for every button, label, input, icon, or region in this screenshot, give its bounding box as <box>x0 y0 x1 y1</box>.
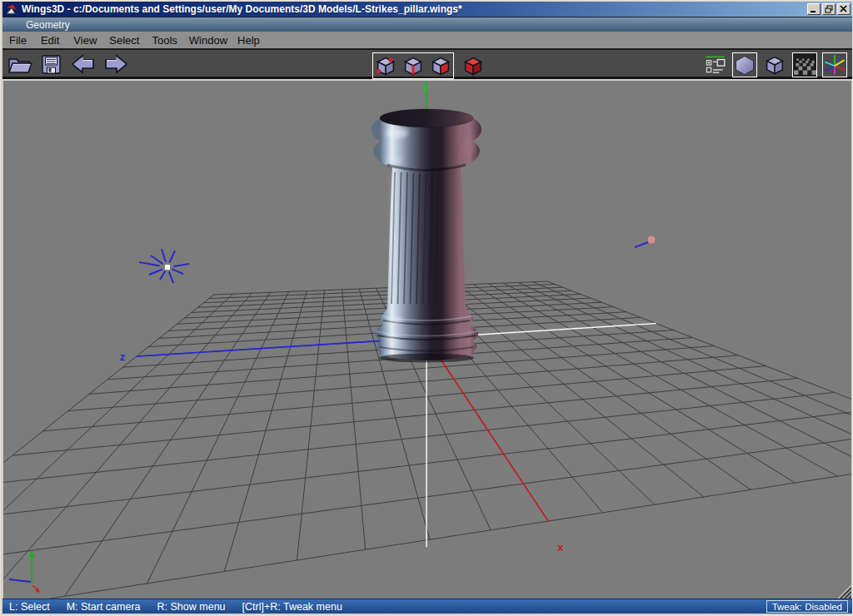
smooth-shaded-cube-icon <box>733 53 756 77</box>
menu-help[interactable]: Help <box>237 34 260 47</box>
status-ctrl-right-mouse: [Ctrl]+R: Tweak menu <box>242 601 342 613</box>
restore-icon <box>825 5 833 13</box>
menu-tools[interactable]: Tools <box>152 34 177 47</box>
edge-mode-button[interactable] <box>402 54 425 77</box>
menu-select[interactable]: Select <box>109 34 139 47</box>
view-windows-button[interactable] <box>702 52 727 77</box>
arrow-right-icon <box>103 53 129 76</box>
face-mode-cube-icon <box>429 54 452 77</box>
tweak-status-badge[interactable]: Tweak: Disabled <box>766 600 848 613</box>
view-windows-icon <box>703 53 726 77</box>
axis-label-x: x <box>557 541 564 554</box>
menu-window[interactable]: Window <box>189 34 227 47</box>
save-floppy-icon <box>40 53 62 76</box>
flat-shaded-cube-icon <box>763 53 786 77</box>
minimize-button[interactable] <box>807 3 821 15</box>
close-button[interactable] <box>837 3 851 15</box>
statusbar: L: Select M: Start camera R: Show menu [… <box>2 599 852 614</box>
flat-shading-button[interactable] <box>762 52 787 77</box>
geometry-window-titlebar[interactable]: Geometry <box>2 17 852 32</box>
axes-icon <box>823 53 846 77</box>
wings3d-window: Wings3D - c:/Documents and Settings/user… <box>0 0 853 616</box>
menu-view[interactable]: View <box>73 34 97 47</box>
status-middle-mouse: M: Start camera <box>67 601 141 613</box>
toolbar <box>2 48 852 79</box>
small-pink-light <box>648 236 656 244</box>
axis-label-y: y <box>422 81 429 93</box>
minimize-icon <box>810 5 818 13</box>
undo-button[interactable] <box>70 53 96 76</box>
axis-label-z: z <box>120 350 126 363</box>
restore-button[interactable] <box>822 3 836 15</box>
menu-edit[interactable]: Edit <box>41 34 59 47</box>
open-folder-icon <box>7 53 32 76</box>
arrow-left-icon <box>70 53 96 76</box>
show-axes-button[interactable] <box>822 52 847 77</box>
titlebar: Wings3D - c:/Documents and Settings/user… <box>2 2 852 17</box>
body-mode-button[interactable] <box>461 54 485 77</box>
close-icon <box>840 5 848 13</box>
menubar: File Edit View Select Tools Window Help <box>2 32 852 48</box>
geometry-viewport[interactable]: z x y <box>3 81 851 599</box>
window-title: Wings3D - c:/Documents and Settings/user… <box>22 3 462 15</box>
geometry-window-title: Geometry <box>26 19 70 31</box>
smooth-shading-button[interactable] <box>732 52 757 77</box>
selection-mode-group <box>372 52 454 79</box>
pillar-top-face <box>380 109 473 127</box>
status-right-mouse: R: Show menu <box>157 601 226 613</box>
show-grid-button[interactable] <box>792 52 817 77</box>
vertex-mode-button[interactable] <box>374 54 397 77</box>
edge-mode-cube-icon <box>402 54 425 77</box>
vertex-mode-cube-icon <box>374 54 397 77</box>
ground-grid-icon <box>793 53 816 77</box>
body-mode-cube-icon <box>461 54 485 77</box>
status-left-mouse: L: Select <box>9 601 50 613</box>
wings3d-logo-icon <box>5 3 18 16</box>
menu-file[interactable]: File <box>9 34 27 47</box>
open-file-button[interactable] <box>7 53 32 76</box>
face-mode-button[interactable] <box>429 54 452 77</box>
save-file-button[interactable] <box>40 53 62 76</box>
point-light-star <box>165 265 170 270</box>
redo-button[interactable] <box>103 53 129 76</box>
